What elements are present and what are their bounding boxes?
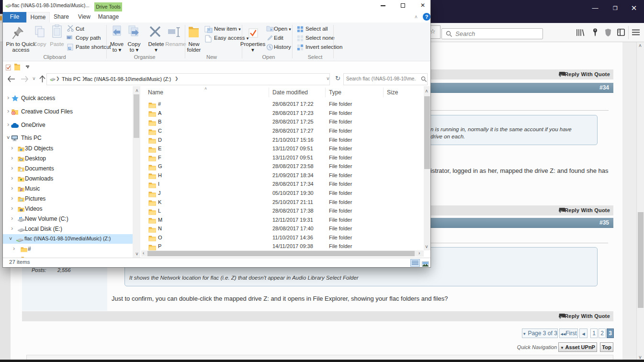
svg-text:,,: ,, — [560, 208, 562, 212]
svg-text:W: W — [67, 35, 71, 40]
svg-text:,,: ,, — [560, 314, 562, 318]
svg-text:,,: ,, — [560, 72, 562, 76]
